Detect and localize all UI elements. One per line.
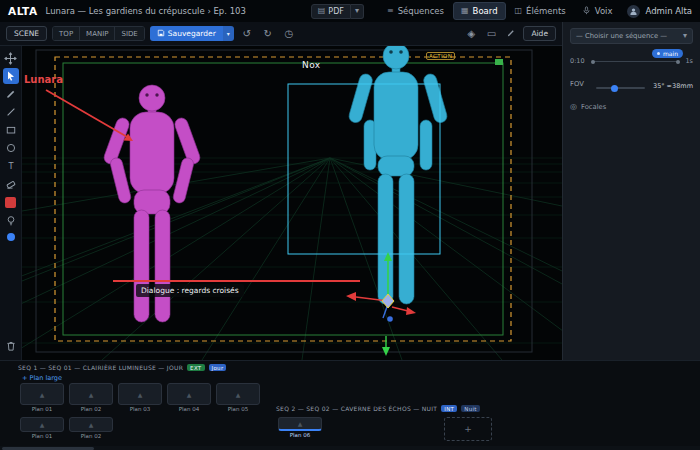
select-tool[interactable] bbox=[3, 68, 19, 84]
sequence-select-value: — Choisir une séquence — bbox=[576, 32, 667, 40]
thumbnail-image: ▲ bbox=[278, 417, 322, 431]
plan-large-link[interactable]: + Plan large bbox=[22, 374, 62, 382]
focales-section[interactable]: ◎ Focales bbox=[570, 103, 693, 111]
time-range-row: 0:10 1s main bbox=[570, 53, 693, 69]
save-dropdown-button[interactable]: ▾ bbox=[223, 26, 234, 41]
image-icon: ▲ bbox=[40, 391, 45, 398]
view-switch-group: TOP MANIP SIDE bbox=[52, 26, 145, 41]
color-swatch-red[interactable] bbox=[5, 197, 16, 208]
user-name: Admin Alta bbox=[645, 6, 692, 16]
line-tool[interactable] bbox=[3, 104, 19, 120]
badge-nuit: Nuit bbox=[461, 405, 480, 412]
plan-thumbnail[interactable]: ▲ Plan 02 bbox=[69, 383, 113, 412]
time-handle-end[interactable] bbox=[676, 60, 680, 64]
scene-canvas[interactable] bbox=[22, 46, 562, 360]
pdf-dropdown-button[interactable]: ▾ bbox=[351, 4, 364, 19]
app-logo: ALTA bbox=[8, 5, 38, 17]
fov-slider[interactable] bbox=[596, 87, 645, 89]
figure-nox[interactable] bbox=[348, 46, 449, 304]
plan-thumbnail[interactable]: ▲ Plan 01 bbox=[20, 417, 64, 439]
user-menu[interactable]: Admin Alta bbox=[627, 5, 692, 18]
dialogue-note[interactable]: Dialogue : regards croisés bbox=[136, 284, 244, 297]
ellipse-tool[interactable] bbox=[3, 140, 19, 156]
tag-icon: ◈ bbox=[468, 28, 476, 39]
plan-thumbnail[interactable]: ▲ Plan 02 bbox=[69, 417, 113, 439]
plan-label: Plan 05 bbox=[228, 406, 248, 412]
plan-thumbnail[interactable]: ▲ Plan 01 bbox=[20, 383, 64, 412]
focales-label: Focales bbox=[581, 103, 606, 111]
chevron-down-icon: ▾ bbox=[227, 30, 230, 37]
svg-text:T: T bbox=[7, 161, 14, 171]
plan-label: Plan 04 bbox=[179, 406, 199, 412]
save-button-group: Sauvegarder ▾ bbox=[150, 26, 234, 41]
microphone-icon bbox=[582, 5, 591, 18]
add-plan-button[interactable]: + bbox=[444, 417, 492, 441]
character-label-nox[interactable]: Nox bbox=[302, 60, 321, 70]
sequence-select[interactable]: — Choisir une séquence — ▾ bbox=[570, 28, 693, 44]
time-handle-start[interactable] bbox=[591, 60, 595, 64]
tab-label: Séquences bbox=[398, 6, 444, 16]
help-label: Aide bbox=[531, 29, 548, 38]
light-tool[interactable] bbox=[3, 213, 19, 229]
frame-handle[interactable] bbox=[495, 59, 503, 65]
time-start-label: 0:10 bbox=[570, 57, 585, 65]
tab-voix[interactable]: Voix bbox=[575, 2, 620, 20]
fov-slider-handle[interactable] bbox=[611, 85, 618, 92]
pencil-icon bbox=[506, 28, 516, 40]
image-icon: ▲ bbox=[89, 421, 94, 428]
tab-label: Board bbox=[473, 6, 498, 16]
document-icon: ▤ bbox=[318, 7, 326, 15]
undo-button[interactable]: ↺ bbox=[239, 26, 255, 42]
annotate-button[interactable] bbox=[503, 26, 519, 42]
pen-tool[interactable] bbox=[3, 86, 19, 102]
thumbnail-image: ▲ bbox=[167, 383, 211, 405]
image-icon: ▲ bbox=[236, 391, 241, 398]
seq1-header[interactable]: SEQ 1 — SEQ 01 — CLAIRIÈRE LUMINEUSE — J… bbox=[18, 364, 226, 371]
view-manip-button[interactable]: MANIP bbox=[80, 27, 115, 40]
thumbnail-image: ▲ bbox=[118, 383, 162, 405]
keyframe-marker-chip[interactable]: main bbox=[652, 49, 683, 58]
plan-label: Plan 01 bbox=[32, 406, 52, 412]
annotation-arrow[interactable] bbox=[46, 90, 133, 141]
help-button[interactable]: Aide bbox=[523, 26, 556, 41]
app-window: ALTA Lunara — Les gardiens du crépuscule… bbox=[0, 0, 700, 450]
pdf-export-button[interactable]: ▤ PDF bbox=[311, 4, 351, 19]
move-tool[interactable] bbox=[3, 50, 19, 66]
tab-sequences[interactable]: ≡ Séquences bbox=[380, 2, 451, 20]
delete-tool[interactable] bbox=[3, 338, 19, 354]
view-top-button[interactable]: TOP bbox=[53, 27, 80, 40]
plan-thumbnail[interactable]: ▲ Plan 05 bbox=[216, 383, 260, 412]
board-icon: ▦ bbox=[461, 7, 469, 15]
view-side-button[interactable]: SIDE bbox=[115, 27, 143, 40]
history-button[interactable]: ◷ bbox=[281, 26, 297, 42]
plan-thumbnail-selected[interactable]: ▲ Plan 06 bbox=[278, 417, 322, 438]
text-tool[interactable]: T bbox=[3, 158, 19, 174]
time-slider[interactable] bbox=[592, 61, 679, 62]
tab-label: Éléments bbox=[526, 6, 566, 16]
scrollbar-thumb[interactable] bbox=[2, 447, 94, 450]
grid-icon: ◫ bbox=[515, 7, 523, 15]
horizontal-scrollbar[interactable] bbox=[0, 446, 700, 450]
redo-button[interactable]: ↻ bbox=[260, 26, 276, 42]
tab-elements[interactable]: ◫ Éléments bbox=[508, 2, 573, 20]
clock-icon: ◷ bbox=[284, 28, 293, 39]
comment-button[interactable]: ▭ bbox=[483, 26, 499, 42]
seq1-plan-row-2: ▲ Plan 01 ▲ Plan 02 bbox=[20, 417, 113, 439]
color-swatch-blue[interactable] bbox=[7, 233, 15, 241]
seq2-header[interactable]: SEQ 2 — SEQ 02 — CAVERNE DES ÉCHOS — NUI… bbox=[276, 405, 480, 412]
pdf-button-group: ▤ PDF ▾ bbox=[311, 4, 364, 19]
scene-label: SCENE bbox=[14, 29, 39, 38]
plan-thumbnail[interactable]: ▲ Plan 03 bbox=[118, 383, 162, 412]
tag-button[interactable]: ◈ bbox=[463, 26, 479, 42]
image-icon: ▲ bbox=[138, 391, 143, 398]
eraser-tool[interactable] bbox=[3, 176, 19, 192]
scene-button[interactable]: SCENE bbox=[6, 26, 47, 41]
plan-thumbnail[interactable]: ▲ Plan 04 bbox=[167, 383, 211, 412]
chevron-down-icon: ▾ bbox=[355, 7, 359, 15]
chevron-down-icon: ▾ bbox=[683, 32, 687, 40]
character-label-lunara[interactable]: Lunara bbox=[24, 74, 63, 85]
tab-board[interactable]: ▦ Board bbox=[453, 2, 506, 20]
save-button[interactable]: Sauvegarder bbox=[150, 26, 223, 41]
rectangle-tool[interactable] bbox=[3, 122, 19, 138]
marker-label: main bbox=[663, 50, 678, 57]
